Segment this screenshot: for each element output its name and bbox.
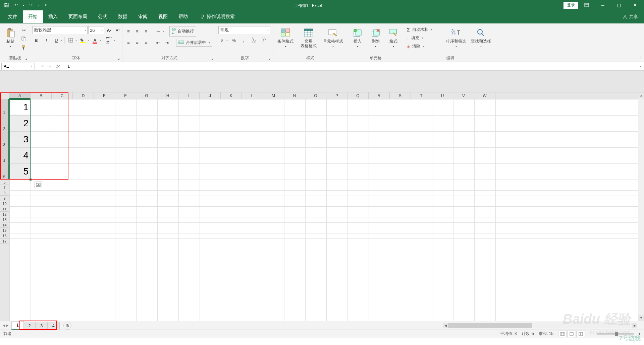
sheet-tab-3[interactable]: 3 xyxy=(35,322,48,330)
align-bottom-button[interactable]: ≡ xyxy=(142,27,150,36)
cells-area[interactable]: 12345 xyxy=(9,99,638,321)
sheet-tab-1[interactable]: 1 xyxy=(11,321,24,330)
merge-center-button[interactable]: 合并后居中 ▾ xyxy=(176,39,212,47)
grow-font-button[interactable]: A▴ xyxy=(105,26,113,34)
column-header-B[interactable]: B xyxy=(31,92,52,99)
column-header-E[interactable]: E xyxy=(94,92,115,99)
delete-cells-button[interactable]: 删除▾ xyxy=(367,25,384,51)
find-select-button[interactable]: 查找和选择▾ xyxy=(469,25,493,51)
login-button[interactable]: 登录 xyxy=(564,2,578,9)
undo-icon[interactable]: ↶ xyxy=(12,1,20,9)
tab-data[interactable]: 数据 xyxy=(113,10,133,23)
conditional-format-button[interactable]: 条件格式▾ xyxy=(275,25,296,51)
collapse-ribbon-icon[interactable]: ˇ xyxy=(640,57,641,61)
sheet-nav-prev[interactable]: ◀ xyxy=(3,324,5,327)
column-header-R[interactable]: R xyxy=(369,92,390,99)
cell-styles-button[interactable]: 单元格样式▾ xyxy=(321,25,345,51)
save-icon[interactable] xyxy=(3,1,11,9)
maximize-button[interactable]: ▢ xyxy=(611,0,627,10)
cancel-formula-button[interactable]: ✕ xyxy=(38,63,46,70)
cut-button[interactable]: ✂ xyxy=(20,26,28,34)
row-header-4[interactable]: 4 xyxy=(0,147,9,163)
column-header-F[interactable]: F xyxy=(115,92,136,99)
formula-input[interactable]: 1 xyxy=(64,64,637,69)
share-button[interactable]: 共享 xyxy=(623,14,641,20)
sheet-nav-next[interactable]: ▶ xyxy=(6,324,9,327)
name-box[interactable]: A1▾ xyxy=(1,63,35,70)
tab-insert[interactable]: 插入 xyxy=(43,10,63,23)
column-header-O[interactable]: O xyxy=(305,92,326,99)
column-header-N[interactable]: N xyxy=(284,92,305,99)
column-header-P[interactable]: P xyxy=(326,92,347,99)
column-header-J[interactable]: J xyxy=(200,92,221,99)
tab-help[interactable]: 帮助 xyxy=(173,10,193,23)
fill-color-button[interactable] xyxy=(79,36,87,44)
align-top-button[interactable]: ≡ xyxy=(124,27,132,36)
sheet-tab-4[interactable]: 4 xyxy=(47,322,60,330)
shrink-font-button[interactable]: A▾ xyxy=(114,26,122,34)
column-header-D[interactable]: D xyxy=(73,92,94,99)
column-header-Q[interactable]: Q xyxy=(347,92,369,99)
font-color-button[interactable]: A xyxy=(91,36,99,44)
row-header-13[interactable]: 13 xyxy=(0,217,9,222)
row-header-14[interactable]: 14 xyxy=(0,222,9,228)
sheet-tab-2[interactable]: 2 xyxy=(23,322,36,330)
column-header-L[interactable]: L xyxy=(242,92,263,99)
column-header-G[interactable]: G xyxy=(136,92,157,99)
align-left-button[interactable]: ≡ xyxy=(124,39,132,47)
orientation-button[interactable]: ⤻ xyxy=(154,27,162,36)
scroll-right-button[interactable]: ▶ xyxy=(632,324,637,327)
redo-icon[interactable]: ↷ xyxy=(27,1,35,9)
row-header-15[interactable]: 15 xyxy=(0,228,9,233)
tab-home[interactable]: 开始 xyxy=(23,10,43,23)
font-size-combo[interactable]: 26▾ xyxy=(88,26,104,34)
copy-button[interactable] xyxy=(20,35,28,43)
tab-formulas[interactable]: 公式 xyxy=(93,10,113,23)
column-header-V[interactable]: V xyxy=(453,92,474,99)
hscroll-thumb[interactable] xyxy=(448,323,532,328)
hscroll-track[interactable] xyxy=(448,323,632,328)
undo-dropdown-icon[interactable]: ▾ xyxy=(21,1,25,9)
tab-file[interactable]: 文件 xyxy=(3,10,23,23)
column-header-W[interactable]: W xyxy=(474,92,495,99)
column-header-K[interactable]: K xyxy=(221,92,242,99)
paste-button[interactable]: 粘贴▾ xyxy=(2,25,18,51)
horizontal-scrollbar[interactable]: ◀ ▶ xyxy=(443,323,637,328)
tab-review[interactable]: 审阅 xyxy=(133,10,153,23)
vertical-scrollbar[interactable]: ▲ ▼ xyxy=(638,92,644,321)
close-button[interactable]: ✕ xyxy=(627,0,643,10)
format-cells-button[interactable]: 格式▾ xyxy=(385,25,402,51)
column-header-I[interactable]: I xyxy=(178,92,200,99)
font-launcher-icon[interactable]: ◢ xyxy=(117,57,119,61)
clear-button[interactable]: ◈ 清除 ▾ xyxy=(406,43,443,50)
cell-A3[interactable]: 3 xyxy=(9,131,31,147)
insert-function-button[interactable]: fx xyxy=(54,63,62,70)
cell-A2[interactable]: 2 xyxy=(9,115,31,131)
format-painter-button[interactable] xyxy=(20,44,28,52)
select-all-corner[interactable] xyxy=(0,92,9,99)
scroll-up-button[interactable]: ▲ xyxy=(638,92,644,98)
percent-button[interactable]: % xyxy=(230,36,238,44)
comma-button[interactable]: , xyxy=(240,36,248,44)
decrease-indent-button[interactable]: ⇤ xyxy=(154,39,162,47)
number-launcher-icon[interactable]: ◢ xyxy=(268,57,270,61)
enter-formula-button[interactable]: ✓ xyxy=(46,63,54,70)
insert-cells-button[interactable]: + 插入▾ xyxy=(349,25,366,51)
view-pagelayout-button[interactable] xyxy=(567,331,576,337)
column-header-A[interactable]: A xyxy=(9,92,31,99)
row-header-6[interactable]: 6 xyxy=(0,180,9,185)
column-header-H[interactable]: H xyxy=(157,92,178,99)
column-header-T[interactable]: T xyxy=(411,92,432,99)
cell-A1[interactable]: 1 xyxy=(9,99,31,115)
view-normal-button[interactable] xyxy=(558,331,567,337)
row-header-3[interactable]: 3 xyxy=(0,131,9,147)
tell-me-search[interactable]: 操作说明搜索 xyxy=(193,14,235,20)
autosum-button[interactable]: Σ 自动求和 ▾ xyxy=(406,26,443,33)
cell-A4[interactable]: 4 xyxy=(9,147,31,163)
row-header-12[interactable]: 12 xyxy=(0,212,9,217)
column-header-U[interactable]: U xyxy=(432,92,453,99)
clipboard-launcher-icon[interactable]: ◢ xyxy=(25,57,27,61)
redo-dropdown-icon[interactable]: ▾ xyxy=(36,1,40,9)
row-header-7[interactable]: 7 xyxy=(0,185,9,190)
row-header-11[interactable]: 11 xyxy=(0,206,9,212)
